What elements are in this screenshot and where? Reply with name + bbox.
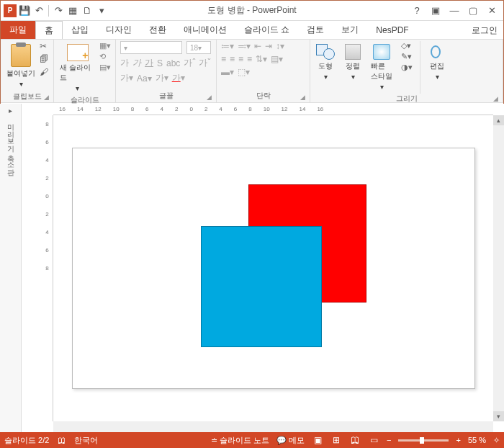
app-icon: P — [4, 4, 17, 17]
section-icon[interactable]: ▤▾ — [99, 63, 111, 72]
cut-icon[interactable]: ✂ — [40, 41, 48, 51]
shadow-icon[interactable]: abc — [166, 58, 180, 68]
italic-icon[interactable]: 가 — [132, 57, 141, 69]
tab-slideshow[interactable]: 슬라이드 쇼 — [235, 21, 298, 39]
tab-animation[interactable]: 애니메이션 — [175, 21, 235, 39]
editing-label: 편집 — [430, 61, 444, 71]
minimize-icon[interactable]: — — [447, 5, 462, 16]
spellcheck-icon[interactable]: 🕮 — [58, 436, 66, 444]
line-spacing-icon[interactable]: ⇅▾ — [256, 54, 267, 64]
tab-home[interactable]: 홈 — [35, 21, 63, 39]
new-slide-button[interactable]: 새 슬라이드▾ — [58, 41, 96, 95]
login-link[interactable]: 로그인 — [472, 21, 498, 40]
window-title: 도형 병합 - PowerPoint — [207, 4, 296, 17]
case-icon[interactable]: Aa▾ — [137, 73, 152, 84]
maximize-icon[interactable]: ▢ — [466, 5, 480, 16]
tab-view[interactable]: 보기 — [333, 21, 367, 39]
zoom-slider[interactable] — [398, 439, 449, 442]
shapes-label: 도형 — [318, 61, 333, 71]
tab-transition[interactable]: 전환 — [140, 21, 175, 39]
highlight-icon[interactable]: 가▾ — [156, 72, 168, 84]
zoom-in-icon[interactable]: + — [456, 436, 460, 444]
shape-fill-icon[interactable]: ◇▾ — [401, 41, 413, 50]
shape-blue-square[interactable] — [201, 226, 322, 347]
tab-nespdf[interactable]: NesPDF — [367, 21, 417, 39]
align-left-icon[interactable]: ≡ — [221, 54, 226, 64]
format-painter-icon[interactable]: 🖌 — [40, 67, 48, 77]
save-icon[interactable]: 💾 — [18, 4, 31, 17]
layout-icon[interactable]: ▦▾ — [99, 41, 111, 50]
zoom-level[interactable]: 55 % — [468, 436, 486, 444]
arrange-button[interactable]: 정렬▾ — [343, 41, 362, 84]
new-icon[interactable]: 🗋 — [81, 4, 94, 17]
arrange-label: 정렬 — [346, 61, 360, 71]
dialog-launcher-icon[interactable]: ◢ — [493, 95, 498, 102]
tab-file[interactable]: 파일 — [1, 21, 35, 39]
spacing-icon[interactable]: 가▾ — [120, 72, 133, 84]
bold-icon[interactable]: 가 — [120, 57, 129, 69]
shrink-font-icon[interactable]: 가ˇ — [199, 57, 210, 69]
zoom-out-icon[interactable]: − — [387, 436, 391, 444]
columns-icon[interactable]: ▬▾ — [221, 67, 234, 77]
bullets-icon[interactable]: ≔▾ — [221, 41, 234, 51]
grow-font-icon[interactable]: 가ˆ — [184, 57, 195, 69]
dialog-launcher-icon[interactable]: ◢ — [44, 94, 49, 101]
shape-outline-icon[interactable]: ✎▾ — [401, 52, 413, 61]
align-center-icon[interactable]: ≡ — [230, 54, 235, 64]
align-justify-icon[interactable]: ≡ — [247, 54, 252, 64]
smartart-icon[interactable]: ⬚▾ — [238, 67, 250, 77]
numbering-icon[interactable]: ≕▾ — [238, 41, 251, 51]
reset-icon[interactable]: ⟲ — [99, 52, 111, 61]
paste-button[interactable]: 붙여넣기▾ — [5, 41, 37, 91]
tab-design[interactable]: 디자인 — [97, 21, 140, 39]
font-size-combo[interactable]: 18 ▾ — [186, 41, 211, 54]
start-icon[interactable]: ▦ — [66, 4, 79, 17]
scroll-down-icon[interactable]: ▾ — [493, 411, 504, 421]
status-slide-number: 슬라이드 2/2 — [4, 435, 49, 446]
font-name-combo[interactable]: ▾ — [120, 41, 182, 54]
panel-label: 미리보기·축소판 — [6, 119, 16, 171]
tab-review[interactable]: 검토 — [298, 21, 333, 39]
status-language[interactable]: 한국어 — [74, 435, 98, 446]
comments-button[interactable]: 💬 메모 — [276, 435, 305, 446]
indent-inc-icon[interactable]: ⇥ — [265, 41, 272, 51]
shape-effects-icon[interactable]: ◑▾ — [401, 63, 413, 72]
quick-styles-button[interactable]: 빠른 스타일▾ — [369, 41, 394, 94]
separator — [48, 5, 49, 17]
ruler-horizontal: 1614121086420246810121416 — [53, 104, 493, 115]
tab-insert[interactable]: 삽입 — [63, 21, 97, 39]
help-icon[interactable]: ? — [410, 5, 424, 16]
dialog-launcher-icon[interactable]: ◢ — [300, 94, 305, 101]
sorter-view-icon[interactable]: ⊞ — [330, 435, 342, 445]
slide[interactable] — [72, 148, 475, 389]
notes-button[interactable]: ≐ 슬라이드 노트 — [211, 435, 269, 446]
redo-icon[interactable]: ↷ — [52, 4, 65, 17]
slide-canvas[interactable] — [53, 115, 493, 421]
copy-icon[interactable]: 🗐 — [40, 54, 48, 64]
undo-icon[interactable]: ↶ — [32, 4, 45, 17]
align-right-icon[interactable]: ≡ — [238, 54, 243, 64]
indent-dec-icon[interactable]: ⇤ — [254, 41, 261, 51]
editing-button[interactable]: 편집▾ — [428, 41, 446, 84]
group-font-label: 글꼴 — [159, 91, 174, 101]
reading-view-icon[interactable]: 🕮 — [349, 435, 361, 445]
close-icon[interactable]: ✕ — [485, 5, 499, 16]
scroll-up-icon[interactable]: ▴ — [493, 115, 504, 125]
qat-more-icon[interactable]: ▾ — [95, 4, 108, 17]
panel-toggle-icon[interactable]: ▸ — [9, 107, 12, 115]
text-dir-icon[interactable]: ↕▾ — [276, 41, 284, 51]
strike-icon[interactable]: S — [157, 58, 163, 68]
slideshow-view-icon[interactable]: ▭ — [368, 435, 379, 445]
align-icon[interactable]: ▤▾ — [271, 54, 283, 64]
dialog-launcher-icon[interactable]: ◢ — [207, 94, 212, 101]
vertical-scrollbar[interactable]: ▴ ▾ — [493, 115, 504, 421]
paste-icon — [11, 44, 31, 67]
horizontal-scrollbar[interactable] — [53, 421, 493, 432]
fit-to-window-icon[interactable]: ✧ — [493, 436, 500, 445]
ribbon-toggle-icon[interactable]: ▣ — [428, 5, 443, 16]
shapes-button[interactable]: 도형▾ — [315, 41, 336, 84]
normal-view-icon[interactable]: ▣ — [312, 435, 323, 445]
underline-icon[interactable]: 가 — [145, 57, 153, 69]
quick-styles-icon — [373, 44, 390, 60]
font-color-icon[interactable]: 가▾ — [172, 72, 185, 84]
